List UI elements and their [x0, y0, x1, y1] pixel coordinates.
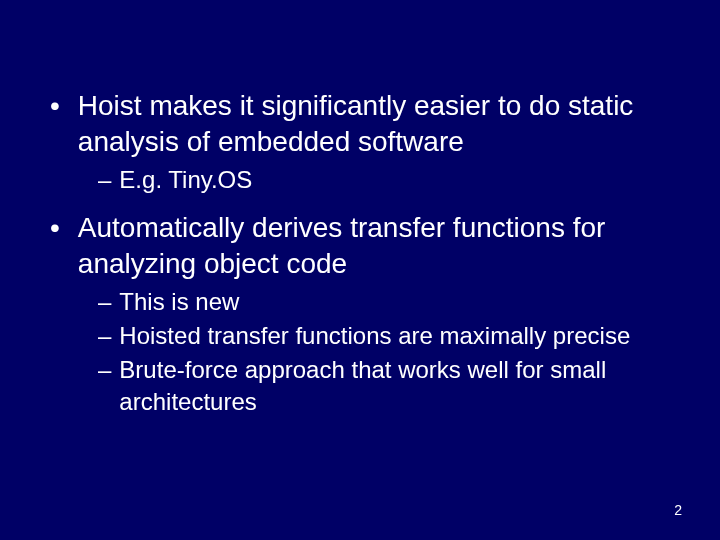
bullet-level2: – E.g. Tiny.OS — [50, 164, 670, 196]
bullet-text: Hoist makes it significantly easier to d… — [78, 88, 670, 160]
bullet-text: Brute-force approach that works well for… — [119, 354, 670, 418]
bullet-marker-l2: – — [98, 164, 111, 196]
bullet-text: Hoisted transfer functions are maximally… — [119, 320, 630, 352]
bullet-marker-l2: – — [98, 286, 111, 318]
bullet-marker-l1: • — [50, 210, 60, 246]
bullet-text: E.g. Tiny.OS — [119, 164, 252, 196]
bullet-level2: – Hoisted transfer functions are maximal… — [50, 320, 670, 352]
bullet-text: Automatically derives transfer functions… — [78, 210, 670, 282]
bullet-marker-l2: – — [98, 354, 111, 386]
slide-content: • Hoist makes it significantly easier to… — [0, 0, 720, 418]
bullet-level2: – Brute-force approach that works well f… — [50, 354, 670, 418]
bullet-text: This is new — [119, 286, 239, 318]
bullet-level1: • Automatically derives transfer functio… — [50, 210, 670, 282]
bullet-level1: • Hoist makes it significantly easier to… — [50, 88, 670, 160]
bullet-level2: – This is new — [50, 286, 670, 318]
page-number: 2 — [674, 502, 682, 518]
bullet-marker-l1: • — [50, 88, 60, 124]
bullet-marker-l2: – — [98, 320, 111, 352]
